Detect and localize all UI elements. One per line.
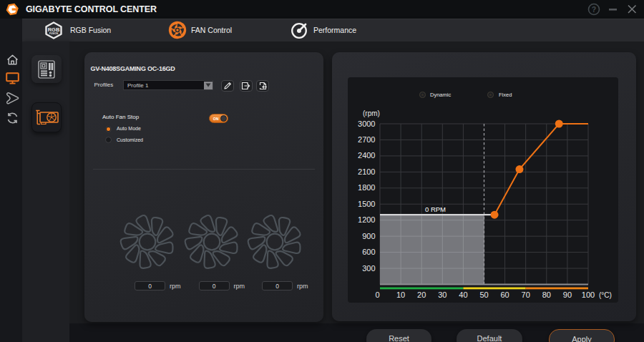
svg-text:(°C): (°C) [599,291,612,299]
svg-text:0 RPM: 0 RPM [425,205,446,213]
svg-text:FUSION: FUSION [49,32,59,35]
svg-text:0: 0 [375,290,379,299]
svg-text:600: 600 [362,248,375,256]
svg-text:(rpm): (rpm) [363,109,380,117]
svg-text:1800: 1800 [358,183,375,192]
svg-text:50: 50 [479,290,488,299]
svg-text:2700: 2700 [358,135,375,144]
svg-text:60: 60 [500,290,509,299]
svg-text:10: 10 [396,290,405,299]
svg-text:20: 20 [417,290,426,299]
svg-text:30: 30 [438,290,447,299]
svg-text:300: 300 [362,264,375,273]
svg-text:70: 70 [522,290,530,299]
svg-text:100: 100 [582,290,595,299]
svg-text:3000: 3000 [358,119,375,128]
svg-text:1500: 1500 [358,200,375,208]
svg-text:80: 80 [542,290,551,299]
svg-text:?: ? [592,5,596,14]
svg-text:90: 90 [563,290,572,299]
svg-text:900: 900 [362,232,375,240]
svg-text:40: 40 [459,290,467,299]
svg-text:2400: 2400 [358,151,375,160]
svg-text:1200: 1200 [358,215,375,224]
svg-text:2100: 2100 [358,167,375,176]
